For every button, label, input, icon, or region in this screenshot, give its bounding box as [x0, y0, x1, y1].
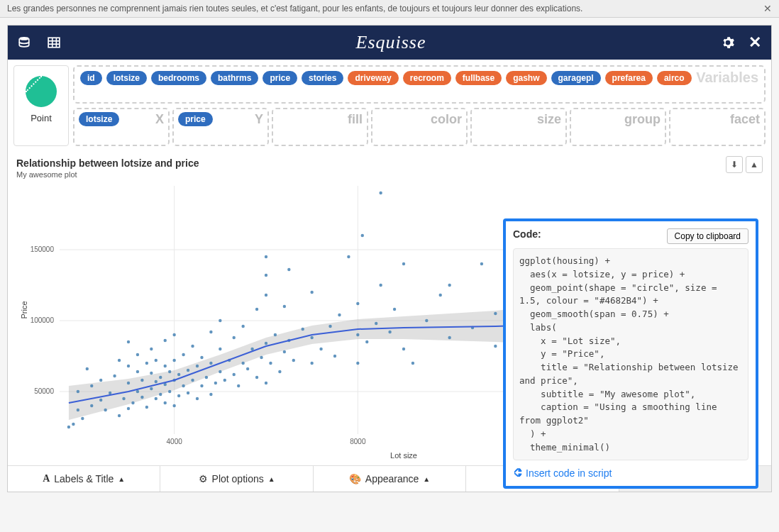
- svg-point-74: [205, 376, 208, 379]
- svg-point-122: [379, 284, 382, 287]
- table-icon[interactable]: [48, 36, 60, 49]
- download-icon[interactable]: ⬇: [726, 156, 743, 173]
- pill-x[interactable]: lotsize: [79, 112, 119, 126]
- database-icon[interactable]: [18, 36, 31, 49]
- info-close-icon[interactable]: ✕: [763, 3, 772, 14]
- code-title: Code:: [513, 228, 541, 240]
- variable-pill-bedrooms[interactable]: bedrooms: [151, 71, 206, 85]
- svg-text:50000: 50000: [34, 387, 54, 395]
- svg-point-131: [448, 336, 451, 339]
- svg-point-130: [439, 294, 442, 297]
- geom-card[interactable]: Point: [13, 65, 69, 146]
- svg-point-40: [140, 396, 143, 399]
- svg-point-86: [237, 384, 240, 387]
- aes-fill-dropzone[interactable]: fill: [272, 108, 368, 146]
- code-body[interactable]: ggplot(housing) + aes(x = lotsize, y = p…: [513, 248, 748, 460]
- svg-point-107: [302, 328, 304, 331]
- geom-label: Point: [17, 113, 65, 123]
- close-icon[interactable]: ✕: [748, 33, 761, 52]
- svg-point-33: [127, 382, 130, 384]
- aes-group-dropzone[interactable]: group: [570, 108, 666, 146]
- svg-point-119: [361, 234, 364, 237]
- variable-pill-id[interactable]: id: [80, 71, 102, 85]
- svg-point-82: [223, 379, 226, 382]
- aes-x-dropzone[interactable]: lotsize X: [73, 108, 170, 146]
- aesthetics-row: lotsize X price Y fill color size group …: [73, 108, 766, 146]
- svg-point-38: [136, 370, 139, 373]
- variables-dropzone[interactable]: Variables idlotsizebedroomsbathrmsprices…: [73, 65, 766, 104]
- variable-pill-recroom[interactable]: recroom: [403, 71, 451, 85]
- svg-point-84: [233, 373, 236, 376]
- svg-point-34: [127, 365, 130, 367]
- variable-pill-driveway[interactable]: driveway: [348, 71, 398, 85]
- svg-point-46: [150, 348, 153, 350]
- copy-clipboard-button[interactable]: Copy to clipboard: [667, 228, 748, 244]
- tab-plot-options[interactable]: ⚙Plot options▲: [160, 466, 313, 492]
- variable-pill-garagepl[interactable]: garagepl: [551, 71, 601, 85]
- svg-point-99: [269, 362, 272, 365]
- svg-text:Price: Price: [20, 301, 28, 318]
- svg-point-106: [292, 359, 295, 362]
- aes-color-dropzone[interactable]: color: [371, 108, 468, 146]
- svg-point-112: [328, 325, 331, 328]
- variable-pill-fullbase[interactable]: fullbase: [455, 71, 502, 85]
- tab-labels-title[interactable]: ALabels & Title▲: [8, 466, 160, 492]
- variable-pill-lotsize[interactable]: lotsize: [106, 71, 147, 85]
- header-bar: Esquisse ✕: [8, 26, 771, 60]
- svg-point-77: [209, 331, 212, 333]
- svg-point-35: [127, 340, 130, 343]
- svg-point-39: [136, 353, 139, 356]
- svg-point-27: [109, 392, 111, 394]
- svg-point-67: [187, 369, 189, 372]
- svg-point-94: [265, 382, 267, 384]
- toolbelt: Point Variables idlotsizebedroomsbathrms…: [8, 60, 771, 152]
- svg-point-90: [250, 348, 253, 350]
- svg-point-22: [90, 404, 93, 407]
- aes-size-dropzone[interactable]: size: [470, 108, 567, 146]
- svg-point-108: [310, 362, 313, 365]
- svg-point-37: [136, 390, 139, 393]
- svg-point-127: [402, 262, 405, 265]
- svg-point-123: [379, 192, 382, 194]
- svg-point-43: [145, 406, 148, 409]
- pill-y[interactable]: price: [178, 112, 213, 126]
- svg-point-45: [150, 372, 153, 375]
- svg-point-96: [265, 294, 267, 297]
- svg-point-136: [494, 312, 497, 315]
- aes-y-dropzone[interactable]: price Y: [172, 108, 269, 146]
- svg-point-47: [155, 397, 158, 400]
- svg-point-118: [356, 302, 359, 305]
- svg-point-61: [172, 333, 175, 336]
- svg-point-29: [118, 414, 121, 417]
- variable-pill-airco[interactable]: airco: [657, 71, 692, 85]
- svg-point-32: [127, 407, 130, 410]
- variable-pill-price[interactable]: price: [263, 71, 297, 85]
- svg-point-113: [333, 355, 336, 358]
- svg-point-66: [187, 392, 189, 394]
- svg-point-93: [260, 356, 263, 359]
- tab-appearance[interactable]: 🎨Appearance▲: [314, 466, 466, 492]
- aes-facet-dropzone[interactable]: facet: [669, 108, 766, 146]
- svg-point-95: [265, 342, 267, 345]
- svg-point-41: [140, 379, 143, 382]
- svg-point-60: [172, 359, 175, 362]
- svg-point-42: [145, 362, 148, 365]
- code-panel: Code: Copy to clipboard ggplot(housing) …: [503, 218, 758, 489]
- insert-code-link[interactable]: ⮈ Insert code in script: [513, 467, 748, 479]
- svg-point-50: [159, 393, 162, 396]
- arrow-left-circle-icon: ⮈: [513, 467, 523, 479]
- variable-pill-prefarea[interactable]: prefarea: [605, 71, 653, 85]
- svg-point-135: [494, 345, 497, 348]
- variable-pill-bathrms[interactable]: bathrms: [211, 71, 258, 85]
- svg-point-105: [287, 268, 290, 271]
- variable-pill-stories[interactable]: stories: [302, 71, 343, 85]
- svg-point-17: [72, 423, 74, 426]
- plot-area: Relationship between lotsize and price M…: [8, 152, 771, 465]
- svg-point-69: [191, 345, 194, 348]
- svg-point-48: [155, 380, 158, 383]
- gear-icon[interactable]: [722, 36, 734, 49]
- variable-pill-gashw[interactable]: gashw: [506, 71, 546, 85]
- svg-point-23: [90, 384, 93, 387]
- svg-point-20: [81, 417, 84, 420]
- collapse-icon[interactable]: ▲: [746, 156, 763, 173]
